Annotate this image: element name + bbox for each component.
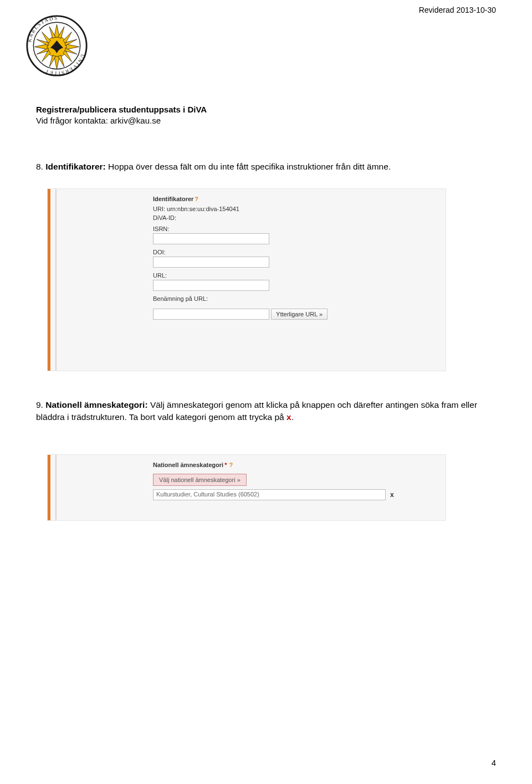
help-icon[interactable]: ? bbox=[229, 462, 233, 468]
orange-accent-bar bbox=[48, 189, 50, 371]
category-screenshot: Nationell ämneskategori*? Välj nationell… bbox=[47, 454, 446, 521]
section-9-period: . bbox=[291, 412, 294, 422]
section-8-number: 8. bbox=[36, 162, 43, 171]
section-9-label: Nationell ämneskategori: bbox=[45, 400, 147, 409]
diva-id-row: DiVA-ID: bbox=[153, 214, 434, 221]
svg-marker-18 bbox=[58, 55, 64, 67]
identifiers-screenshot: Identifikatorer? URI: urn:nbn:se:uu:diva… bbox=[47, 188, 446, 371]
document-subtitle: Registrera/publicera studentuppsats i Di… bbox=[36, 104, 207, 126]
svg-marker-17 bbox=[49, 55, 56, 67]
section-9-x: x bbox=[287, 412, 291, 422]
doi-label: DOI: bbox=[153, 249, 434, 255]
selected-category-value: Kulturstudier, Cultural Studies (60502) bbox=[153, 489, 386, 500]
svg-marker-4 bbox=[54, 57, 60, 69]
svg-marker-11 bbox=[49, 27, 56, 38]
additional-url-button[interactable]: Ytterligare URL » bbox=[271, 309, 328, 320]
svg-marker-12 bbox=[58, 27, 64, 38]
gray-divider bbox=[55, 455, 57, 520]
doi-input[interactable] bbox=[153, 257, 269, 268]
remove-category-icon[interactable]: x bbox=[390, 491, 394, 499]
page-number: 4 bbox=[492, 758, 496, 767]
category-heading: Nationell ämneskategori*? bbox=[153, 462, 434, 468]
gray-divider bbox=[55, 189, 57, 371]
url-input[interactable] bbox=[153, 280, 269, 291]
revised-date: Reviderad 2013-10-30 bbox=[419, 6, 496, 14]
choose-category-button[interactable]: Välj nationell ämneskategori » bbox=[153, 474, 247, 486]
isrn-label: ISRN: bbox=[153, 226, 434, 232]
help-icon[interactable]: ? bbox=[195, 196, 198, 202]
selected-category-row: Kulturstudier, Cultural Studies (60502) … bbox=[153, 489, 434, 500]
section-8: 8. Identifikatorer: Hoppa över dessa fäl… bbox=[36, 161, 496, 173]
subtitle-line-2: Vid frågor kontakta: arkiv@kau.se bbox=[36, 115, 207, 126]
identifiers-heading: Identifikatorer? bbox=[153, 196, 434, 202]
section-9-number: 9. bbox=[36, 400, 43, 409]
isrn-input[interactable] bbox=[153, 233, 269, 244]
uri-row: URI: urn:nbn:se:uu:diva-154041 bbox=[153, 206, 434, 212]
svg-marker-6 bbox=[66, 44, 79, 50]
university-logo: KARLSTADS UNIVERSITET bbox=[25, 14, 89, 78]
section-8-label: Identifikatorer: bbox=[45, 162, 106, 171]
svg-marker-3 bbox=[54, 24, 60, 37]
subtitle-line-1: Registrera/publicera studentuppsats i Di… bbox=[36, 104, 207, 115]
url-label: URL: bbox=[153, 272, 434, 279]
svg-marker-5 bbox=[34, 44, 47, 50]
section-9: 9. Nationell ämneskategori: Välj ämneska… bbox=[36, 399, 496, 423]
orange-accent-bar bbox=[48, 455, 50, 520]
section-8-text: Hoppa över dessa fält om du inte fått sp… bbox=[108, 162, 391, 171]
required-asterisk: * bbox=[224, 462, 227, 468]
url-name-label: Benämning på URL: bbox=[153, 295, 434, 302]
url-name-input[interactable] bbox=[153, 309, 269, 320]
